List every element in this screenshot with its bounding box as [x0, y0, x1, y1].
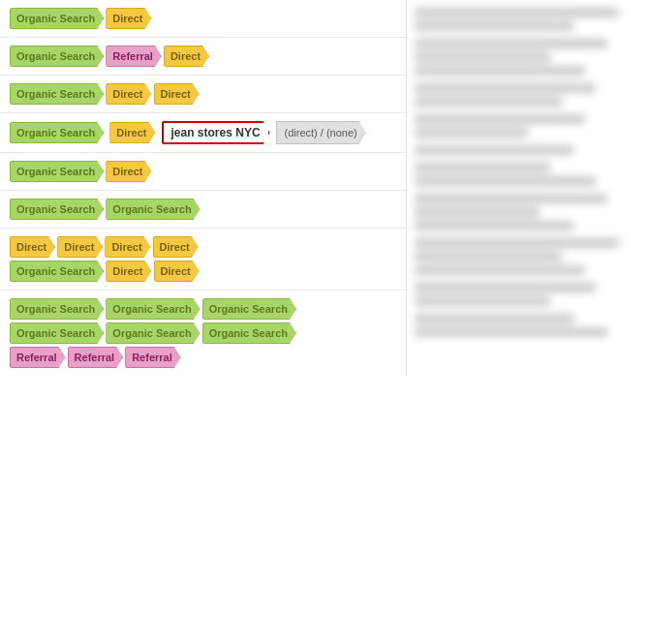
- blurred-row-9: [415, 283, 641, 306]
- tag-referral[interactable]: Referral: [68, 347, 124, 368]
- tag-direct[interactable]: Direct: [106, 83, 151, 105]
- row-group-3: Organic Search Direct Direct: [0, 76, 406, 113]
- tag-jean-stores-highlighted[interactable]: jean stores NYC: [162, 121, 270, 144]
- row-group-1: Organic Search Direct: [0, 0, 406, 38]
- tag-direct[interactable]: Direct: [106, 161, 151, 182]
- tag-organic-search[interactable]: Organic Search: [10, 298, 104, 320]
- tag-direct[interactable]: Direct: [153, 236, 199, 258]
- tag-organic-search[interactable]: Organic Search: [10, 322, 104, 344]
- tag-direct[interactable]: Direct: [154, 83, 200, 105]
- tag-direct[interactable]: Direct: [109, 122, 155, 143]
- left-panel: Organic Search Direct Organic Search Ref…: [0, 0, 407, 376]
- row-group-8: Organic Search Organic Search Organic Se…: [0, 291, 406, 376]
- tag-row: Organic Search Direct Direct: [10, 83, 396, 105]
- tag-direct[interactable]: Direct: [105, 236, 150, 258]
- blurred-row-1: [415, 8, 641, 31]
- tag-organic-search[interactable]: Organic Search: [106, 298, 200, 320]
- main-container: Organic Search Direct Organic Search Ref…: [0, 0, 649, 376]
- tag-organic-search[interactable]: Organic Search: [10, 161, 104, 182]
- row-group-2: Organic Search Referral Direct: [0, 38, 406, 76]
- tag-organic-search[interactable]: Organic Search: [10, 83, 104, 105]
- tag-row-special: Organic Search Direct jean stores NYC (d…: [10, 121, 396, 144]
- tag-row: Organic Search Direct Direct: [10, 261, 396, 282]
- tag-row: Organic Search Organic Search Organic Se…: [10, 322, 396, 344]
- tag-organic-search[interactable]: Organic Search: [10, 199, 104, 220]
- tag-direct[interactable]: Direct: [154, 261, 200, 282]
- row-group-4: Organic Search Direct jean stores NYC (d…: [0, 113, 406, 153]
- tag-referral[interactable]: Referral: [10, 347, 66, 368]
- blurred-row-10: [415, 314, 641, 337]
- tag-organic-search[interactable]: Organic Search: [202, 322, 296, 344]
- right-panel: [407, 0, 649, 376]
- tag-organic-search[interactable]: Organic Search: [106, 322, 200, 344]
- tag-organic-search[interactable]: Organic Search: [10, 8, 104, 29]
- row-group-6: Organic Search Organic Search: [0, 191, 406, 229]
- tag-referral[interactable]: Referral: [106, 46, 162, 67]
- tag-direct[interactable]: Direct: [106, 261, 151, 282]
- tag-referral[interactable]: Referral: [125, 347, 181, 368]
- tag-row: Direct Direct Direct Direct: [10, 236, 396, 258]
- tag-direct[interactable]: Direct: [10, 236, 55, 258]
- tag-organic-search[interactable]: Organic Search: [202, 298, 296, 320]
- tag-organic-search[interactable]: Organic Search: [10, 261, 104, 282]
- blurred-row-2: [415, 39, 641, 76]
- tag-organic-search[interactable]: Organic Search: [10, 122, 104, 143]
- tag-direct-none[interactable]: (direct) / (none): [276, 121, 366, 144]
- tag-row: Organic Search Referral Direct: [10, 46, 396, 67]
- tag-row: Organic Search Direct: [10, 161, 396, 182]
- tag-row: Referral Referral Referral: [10, 347, 396, 368]
- tag-row: Organic Search Organic Search: [10, 199, 396, 220]
- blurred-row-8: [415, 238, 641, 275]
- blurred-row-6: [415, 163, 641, 186]
- tag-row: Organic Search Direct: [10, 8, 396, 29]
- blurred-row-5: [415, 145, 641, 155]
- blurred-row-3: [415, 83, 641, 107]
- tag-row: Organic Search Organic Search Organic Se…: [10, 298, 396, 320]
- tag-direct[interactable]: Direct: [164, 46, 209, 67]
- tag-organic-search[interactable]: Organic Search: [106, 199, 200, 220]
- row-group-7: Direct Direct Direct Direct Organic Sear…: [0, 229, 406, 291]
- tag-organic-search[interactable]: Organic Search: [10, 46, 104, 67]
- tag-direct[interactable]: Direct: [57, 236, 103, 258]
- row-group-5: Organic Search Direct: [0, 153, 406, 191]
- tag-direct[interactable]: Direct: [106, 8, 151, 29]
- blurred-row-7: [415, 194, 641, 230]
- blurred-row-4: [415, 114, 641, 138]
